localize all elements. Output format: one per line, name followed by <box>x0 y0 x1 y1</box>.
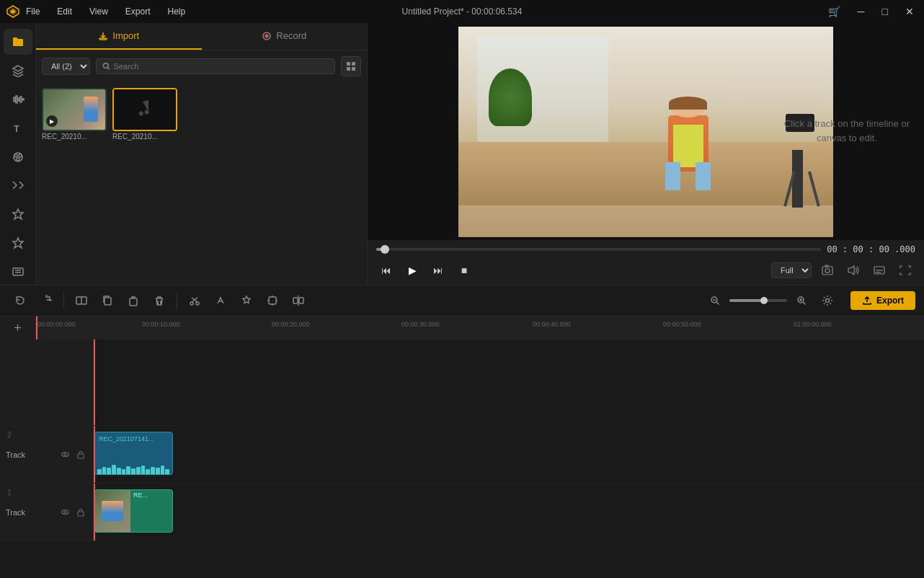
svg-rect-24 <box>825 265 828 267</box>
sidebar-item-smart[interactable] <box>4 259 32 285</box>
zoom-in-icon <box>796 295 807 306</box>
waveform-bar <box>117 468 121 475</box>
titlebar: File Edit View Export Help Untitled Proj… <box>0 0 924 23</box>
waveform-bar <box>112 465 116 475</box>
tab-record[interactable]: Record <box>202 23 368 50</box>
sidebar-item-text[interactable]: T <box>4 115 32 141</box>
paste-button[interactable] <box>122 289 145 312</box>
logo-icon <box>6 4 20 19</box>
clip-label: REC_202107141... <box>99 435 168 443</box>
cart-icon[interactable]: 🛒 <box>824 4 845 19</box>
undo-button[interactable] <box>9 289 32 312</box>
track-content: REC_202107141... <box>94 426 924 483</box>
transform-button[interactable] <box>261 289 284 312</box>
fullscreen-button[interactable] <box>895 260 915 280</box>
track-lock-button[interactable] <box>74 506 87 519</box>
sidebar-item-transitions[interactable] <box>4 172 32 198</box>
paste-icon <box>128 295 139 306</box>
split-icon <box>293 295 304 306</box>
track-visible-button[interactable] <box>58 448 71 461</box>
timeline-handle[interactable] <box>381 245 389 254</box>
waveform-bar <box>102 467 107 475</box>
grid-view-button[interactable] <box>341 56 361 76</box>
window-controls: 🛒 ─ □ ✕ <box>824 4 918 19</box>
svg-point-23 <box>825 269 830 273</box>
quality-select[interactable]: Full 1/2 1/4 <box>771 262 812 278</box>
search-input[interactable] <box>113 62 329 71</box>
sidebar-item-media[interactable] <box>4 29 32 55</box>
color-button[interactable] <box>235 289 258 312</box>
settings-button[interactable] <box>816 289 839 312</box>
menu-edit[interactable]: Edit <box>54 5 75 18</box>
copy-button[interactable] <box>96 289 119 312</box>
stop-button[interactable]: ■ <box>454 260 474 280</box>
favorites-icon <box>12 236 25 249</box>
track-header: 2 Track <box>0 426 94 483</box>
sidebar-item-layers[interactable] <box>4 58 32 84</box>
sidebar-item-favorites[interactable] <box>4 230 32 256</box>
zoom-out-button[interactable] <box>703 289 727 312</box>
media-item-label: REC_20210... <box>42 131 107 142</box>
step-back-button[interactable]: ⏮ <box>376 260 396 280</box>
menu-file[interactable]: File <box>23 5 43 18</box>
zoom-in-button[interactable] <box>790 289 813 312</box>
tab-import[interactable]: Import <box>36 23 202 50</box>
svg-marker-9 <box>13 238 23 248</box>
list-item[interactable]: RE... <box>94 489 173 533</box>
svg-rect-20 <box>347 67 350 71</box>
svg-rect-22 <box>822 267 832 275</box>
eye-icon <box>61 450 70 459</box>
track-visible-button[interactable] <box>58 506 71 519</box>
step-forward-button[interactable]: ⏭ <box>428 260 448 280</box>
play-overlay: ▶ <box>46 115 58 127</box>
zoom-out-icon <box>710 295 720 306</box>
maximize-button[interactable]: □ <box>878 4 892 19</box>
screenshot-button[interactable] <box>817 260 838 280</box>
audio-icon <box>12 93 25 106</box>
scissors-icon <box>189 295 200 306</box>
zoom-handle[interactable] <box>760 297 768 304</box>
close-button[interactable]: ✕ <box>901 4 918 19</box>
svg-rect-18 <box>347 62 350 66</box>
export-button[interactable]: Export <box>850 291 915 310</box>
playhead-ruler <box>36 316 37 339</box>
menu-help[interactable]: Help <box>165 5 189 18</box>
svg-rect-19 <box>352 62 355 66</box>
redo-button[interactable] <box>35 289 58 312</box>
zoom-slider[interactable] <box>729 299 787 302</box>
track-lock-button[interactable] <box>74 448 87 461</box>
menu-export[interactable]: Export <box>123 5 154 18</box>
waveform-bar <box>161 466 165 475</box>
folder-icon <box>12 35 25 48</box>
add-track-button[interactable]: + <box>0 316 36 339</box>
subtitle-button[interactable] <box>869 260 889 280</box>
sidebar-item-effects[interactable] <box>4 144 32 170</box>
toolbar: Export <box>0 285 924 316</box>
svg-rect-13 <box>99 38 107 40</box>
menu-bar: File Edit View Export Help <box>23 5 188 18</box>
track-content: RE... <box>94 484 924 541</box>
transform-icon <box>267 295 278 306</box>
delete-button[interactable] <box>148 289 171 312</box>
clip-cut-button[interactable] <box>70 289 93 312</box>
split-button[interactable] <box>287 289 310 312</box>
speed-button[interactable] <box>209 289 232 312</box>
svg-point-7 <box>17 158 19 161</box>
menu-view[interactable]: View <box>86 5 111 18</box>
list-item[interactable]: REC_202107141... <box>94 432 173 475</box>
search-box <box>96 58 335 74</box>
play-button[interactable]: ▶ <box>402 260 422 280</box>
list-item[interactable]: ▶ REC_20210... <box>42 88 107 142</box>
media-filter-select[interactable]: All (2) Video Audio <box>42 58 90 75</box>
svg-point-53 <box>64 453 66 455</box>
waveform-bar <box>122 469 126 475</box>
sidebar-item-stickers[interactable] <box>4 201 32 227</box>
volume-button[interactable] <box>843 260 863 280</box>
sidebar-item-audio[interactable] <box>4 86 32 112</box>
clip-label: RE... <box>133 492 148 499</box>
minimize-button[interactable]: ─ <box>853 4 869 19</box>
cut-button[interactable] <box>183 289 206 312</box>
list-item[interactable]: REC_20210... <box>112 88 177 142</box>
timeline-progress[interactable] <box>376 248 821 251</box>
sidebar: T <box>0 23 36 285</box>
